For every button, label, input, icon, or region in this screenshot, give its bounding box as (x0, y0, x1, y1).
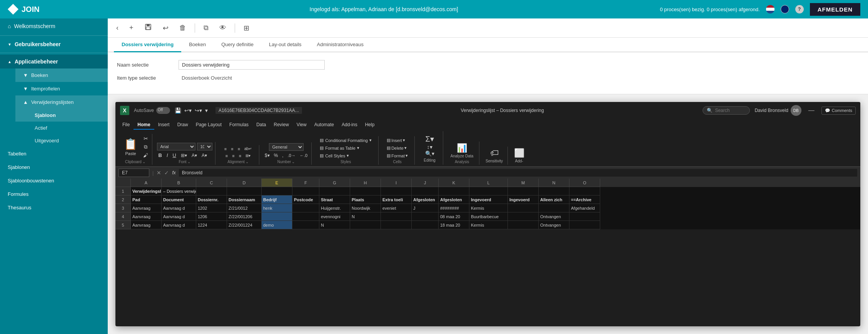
cell-h1[interactable] (350, 187, 381, 195)
sidebar-item-welkomstscherm[interactable]: ⌂ Welkomstscherm (0, 18, 108, 34)
cell-m5[interactable] (508, 221, 539, 229)
currency-button[interactable]: $▾ (263, 152, 271, 159)
cell-b4[interactable]: Aanvraag d (162, 212, 196, 221)
cell-c5[interactable]: 1224 (196, 221, 227, 229)
align-center-button[interactable]: ≡ (230, 153, 236, 159)
cell-a5[interactable]: Aanvraag (131, 221, 162, 229)
eye-button[interactable]: 👁 (217, 22, 229, 33)
cell-f3[interactable] (292, 204, 319, 212)
menu-help[interactable]: Help (361, 120, 379, 130)
sidebar-item-uitgevoerd[interactable]: Uitgevoerd (15, 134, 108, 147)
sidebar-item-sjablonen[interactable]: Sjablonen (0, 160, 108, 174)
cell-n1[interactable] (539, 187, 569, 195)
cell-i4[interactable] (381, 212, 412, 221)
menu-home[interactable]: Home (134, 120, 154, 130)
cell-f5[interactable] (292, 221, 319, 229)
format-cells-button[interactable]: ▤ Format ▾ (385, 152, 409, 159)
cell-k2[interactable]: Afgesloten (439, 195, 469, 204)
name-box-input[interactable] (119, 169, 149, 177)
cell-b3[interactable]: Aanvraag d (162, 204, 196, 212)
formula-cross-icon[interactable]: ✕ (157, 170, 161, 176)
increase-decimal-button[interactable]: .0→ (286, 152, 297, 159)
tab-boeken[interactable]: Boeken (181, 38, 214, 52)
cell-b2[interactable]: Document (162, 195, 196, 204)
cell-i2[interactable]: Extra toeli (381, 195, 412, 204)
border-button[interactable]: ⊞▾ (179, 152, 189, 159)
flag-uk-icon[interactable] (781, 5, 789, 13)
comments-button[interactable]: 💬 Comments (821, 107, 856, 115)
cell-f4[interactable] (292, 212, 319, 221)
align-top-button[interactable]: ≡ (223, 146, 228, 152)
cell-h3[interactable]: Noordwijk (350, 204, 381, 212)
align-left-button[interactable]: ≡ (224, 153, 229, 159)
autosave-toggle[interactable] (156, 107, 170, 114)
menu-review[interactable]: Review (270, 120, 292, 130)
help-icon[interactable]: ? (795, 5, 804, 13)
menu-automate[interactable]: Automate (310, 120, 338, 130)
copy-button[interactable]: ⧉ (201, 22, 211, 33)
menu-file[interactable]: File (119, 120, 134, 130)
cell-g1[interactable] (319, 187, 350, 195)
merge-button[interactable]: ⊞▾ (244, 153, 252, 159)
cell-c4[interactable]: 1206 (196, 212, 227, 221)
decrease-decimal-button[interactable]: ←.0 (298, 152, 309, 159)
cell-h4[interactable]: N (350, 212, 381, 221)
conditional-formatting-button[interactable]: ▤ Conditional Formatting ▾ (317, 137, 374, 144)
redo-icon[interactable]: ↪▾ (195, 107, 202, 114)
menu-data[interactable]: Data (252, 120, 270, 130)
more-icon[interactable]: ▾ (205, 107, 208, 114)
cell-g5[interactable]: N (319, 221, 350, 229)
cell-i5[interactable] (381, 221, 412, 229)
cell-j3[interactable]: J (412, 204, 439, 212)
cell-i1[interactable] (381, 187, 412, 195)
cell-j1[interactable] (412, 187, 439, 195)
cell-d1[interactable] (227, 187, 262, 195)
cut-button[interactable]: ✂ (142, 135, 150, 142)
cell-l2[interactable]: Ingevoerd (469, 195, 508, 204)
align-bottom-button[interactable]: ≡ (236, 146, 242, 152)
cell-l5[interactable]: Kermis (469, 221, 508, 229)
undo-button[interactable]: ↩ (160, 22, 171, 34)
cell-n2[interactable]: Alleen zich (539, 195, 569, 204)
cell-d3[interactable]: Z/21/0012 (227, 204, 262, 212)
sidebar-item-thesaurus[interactable]: Thesaurus (0, 201, 108, 214)
cell-g4[interactable]: evennogni (319, 212, 350, 221)
tab-query-definitie[interactable]: Query definitie (214, 38, 261, 52)
font-color-button[interactable]: A▾ (200, 152, 209, 159)
naam-input[interactable] (179, 60, 325, 70)
cell-j2[interactable]: Afgesloten (412, 195, 439, 204)
cell-c2[interactable]: Dossiernr. (196, 195, 227, 204)
cell-d2[interactable]: Dossiernaam (227, 195, 262, 204)
sidebar-item-sjabloonbouwstenen[interactable]: Sjabloonbouwstenen (0, 174, 108, 187)
back-button[interactable]: ‹ (114, 22, 121, 33)
cell-k5[interactable]: 18 maa 20 (439, 221, 469, 229)
cell-d5[interactable]: Z/22/001224 (227, 221, 262, 229)
format-as-table-button[interactable]: ▤ Format as Table ▾ (317, 145, 362, 151)
cell-h5[interactable] (350, 221, 381, 229)
sidebar-item-verwijderingslijsten[interactable]: ▲ Verwijderingslijsten (15, 95, 108, 109)
afmelden-button[interactable]: AFMELDEN (810, 3, 860, 16)
expand-align-icon[interactable]: ⌄ (245, 160, 249, 164)
cell-i3[interactable]: eveniet (381, 204, 412, 212)
expand-font-icon[interactable]: ⌄ (187, 160, 190, 164)
cell-l3[interactable]: Kermis (469, 204, 508, 212)
cell-l4[interactable]: Buurtbarbecue (469, 212, 508, 221)
add-ins-button[interactable]: ⬜ Add- (512, 147, 526, 164)
flag-nl-icon[interactable] (766, 5, 775, 13)
cell-e2[interactable]: Bedrijf (262, 195, 292, 204)
cell-e5[interactable]: demo (262, 221, 292, 229)
cell-d4[interactable]: Z/22/001206 (227, 212, 262, 221)
sidebar-item-formules[interactable]: Formules (0, 187, 108, 201)
save-icon[interactable]: 💾 (175, 107, 181, 114)
cell-b5[interactable]: Aanvraag d (162, 221, 196, 229)
tab-administratorniveaus[interactable]: Administratorniveaus (309, 38, 371, 52)
cell-m1[interactable] (508, 187, 539, 195)
sidebar-item-sjabloon[interactable]: Sjabloon (15, 109, 108, 122)
cell-m2[interactable]: Ingevoerd (508, 195, 539, 204)
tab-lay-out-details[interactable]: Lay-out details (261, 38, 309, 52)
percent-button[interactable]: % (272, 152, 280, 159)
align-right-button[interactable]: ≡ (237, 153, 243, 159)
cell-e1[interactable] (262, 187, 292, 195)
cell-m4[interactable] (508, 212, 539, 221)
menu-page-layout[interactable]: Page Layout (192, 120, 225, 130)
